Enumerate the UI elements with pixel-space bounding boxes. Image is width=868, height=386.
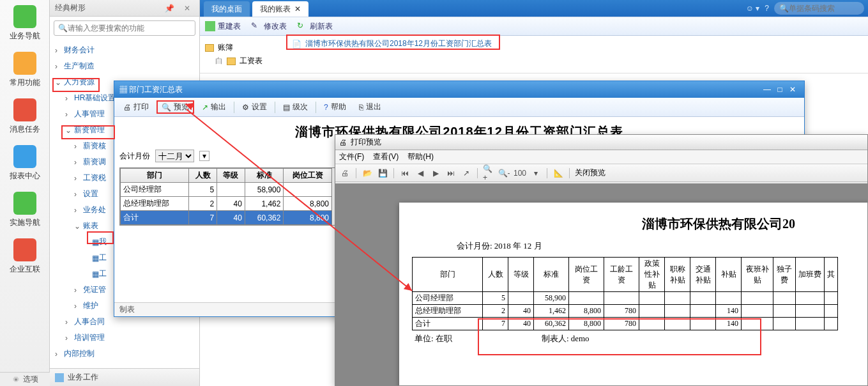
table-row[interactable]: 总经理助理部2401,4628,800: [121, 197, 332, 211]
chevron-icon: ›: [74, 158, 80, 167]
footer-maker: 制表: [119, 304, 135, 315]
col-header[interactable]: 人数: [189, 169, 217, 183]
rebuild-button[interactable]: 重建表: [205, 21, 241, 32]
tree-label: 工资税: [83, 173, 106, 183]
tree-label: 凭证管: [83, 284, 106, 295]
last-page-icon[interactable]: ⏭: [445, 167, 457, 179]
print-preview-window: 🖨 打印预览 文件(F) 查看(V) 帮助(H) 🖨 📂 💾 ⏮ ◀ ▶ ⏭ ↗…: [335, 134, 868, 386]
print-button[interactable]: 🖨打印: [118, 100, 154, 114]
options-button[interactable]: 选项: [0, 372, 50, 386]
zoom-out-icon[interactable]: 🔍-: [498, 167, 510, 179]
preview-canvas[interactable]: 淄博市环保供热有限公司20 会计月份: 2018 年 12 月 部门人数等级标准…: [335, 183, 867, 385]
preview-button[interactable]: 🔍预览: [156, 100, 194, 114]
tree-search-input[interactable]: [68, 24, 191, 33]
sidebar-item[interactable]: 常用功能: [0, 47, 49, 93]
minimize-button[interactable]: —: [761, 85, 773, 94]
next-page-icon[interactable]: ▶: [430, 167, 441, 179]
export-button[interactable]: ↗输出: [197, 100, 231, 114]
refresh-icon: ↻: [297, 21, 307, 31]
chevron-icon: ›: [65, 318, 72, 327]
window-buttons: —□✕: [761, 85, 799, 94]
level-button[interactable]: ▤级次: [278, 100, 313, 114]
col-header: 人数: [483, 258, 508, 292]
chevron-icon: ›: [74, 286, 80, 295]
barcode-search-input[interactable]: [789, 4, 859, 13]
menu-help[interactable]: 帮助(H): [407, 151, 434, 162]
zoom-in-icon[interactable]: 🔍+: [483, 167, 494, 179]
preview-page: 淄博市环保供热有限公司20 会计月份: 2018 年 12 月 部门人数等级标准…: [399, 203, 867, 385]
gear-icon: [11, 375, 20, 384]
prev-page-icon[interactable]: ◀: [415, 167, 426, 179]
settings-button[interactable]: ⚙设置: [237, 100, 272, 114]
sidebar-item[interactable]: 企业互联: [0, 233, 49, 280]
table-row[interactable]: 公司经理部558,900: [121, 183, 332, 197]
exit-button[interactable]: ⎘退出: [354, 100, 386, 114]
sidebar-icon: [13, 145, 36, 168]
col-header[interactable]: 等级: [217, 169, 245, 183]
col-header[interactable]: 标准: [245, 169, 284, 183]
col-header[interactable]: 岗位工资: [284, 169, 332, 183]
export-icon: ↗: [202, 103, 208, 112]
close-button[interactable]: ✕: [786, 85, 799, 94]
zoom-dropdown-icon[interactable]: ▾: [530, 167, 542, 179]
help-button[interactable]: ?帮助: [319, 100, 351, 114]
open-icon[interactable]: 📂: [362, 167, 373, 179]
tree-label: 业务处: [83, 205, 106, 215]
tree-label: 财务会计: [64, 45, 95, 56]
tree-title: 经典树形: [55, 3, 86, 13]
ruler-icon[interactable]: 📐: [552, 167, 564, 179]
sidebar-item[interactable]: 消息任务: [0, 93, 49, 140]
sidebar-label: 报表中心: [10, 171, 40, 181]
print-icon[interactable]: 🖨: [339, 167, 351, 179]
menu-view[interactable]: 查看(V): [373, 151, 399, 162]
menu-file[interactable]: 文件(F): [339, 151, 364, 162]
pin-close-icons[interactable]: 📌 ✕: [165, 4, 194, 13]
preview-title-bar[interactable]: 🖨 打印预览: [335, 135, 867, 150]
workspace-icon: [55, 373, 64, 382]
tree-item[interactable]: ›财务会计: [50, 42, 199, 58]
col-header[interactable]: 部门: [121, 169, 189, 183]
tree-item[interactable]: ›内部控制: [50, 346, 199, 362]
tree-item[interactable]: ›培训管理: [50, 330, 199, 346]
user-icon[interactable]: ☺ ▾: [746, 4, 760, 13]
dropdown-extra[interactable]: ▾: [199, 151, 209, 161]
first-page-icon[interactable]: ⏮: [399, 167, 411, 179]
goto-page-icon[interactable]: ↗: [461, 167, 472, 179]
doc-icon: ▦: [92, 254, 99, 263]
sidebar-item[interactable]: 实施导航: [0, 187, 49, 233]
save-icon[interactable]: 💾: [377, 167, 388, 179]
zoom-value[interactable]: 100: [514, 167, 526, 179]
sidebar-item[interactable]: 业务导航: [0, 0, 49, 47]
refresh-button[interactable]: ↻刷新表: [297, 21, 333, 32]
sidebar-item[interactable]: 报表中心: [0, 140, 49, 187]
window-title-bar[interactable]: ▦ 部门工资汇总表 —□✕: [114, 81, 804, 98]
col-header: 补贴: [716, 258, 742, 292]
maximize-button[interactable]: □: [773, 85, 786, 94]
help-icon[interactable]: ?: [765, 4, 769, 13]
tree-footer[interactable]: 业务工作: [50, 368, 199, 386]
month-select[interactable]: 十二月: [155, 150, 194, 162]
help-icon: ?: [324, 103, 328, 112]
close-icon[interactable]: ✕: [294, 4, 301, 13]
page-meta: 会计月份: 2018 年 12 月: [412, 240, 867, 252]
content-tree: 账簿 白工资表 📄淄博市环保供热有限公司2018年12月份工资部门汇总表: [200, 36, 868, 73]
barcode-search[interactable]: 🔍: [774, 2, 864, 15]
tab[interactable]: 我的桌面: [204, 1, 250, 17]
modify-button[interactable]: ✎修改表: [251, 21, 287, 32]
preview-icon: 🔍: [162, 103, 171, 112]
sidebar-label: 业务导航: [10, 31, 40, 42]
col-header: 等级: [508, 258, 534, 292]
close-preview-button[interactable]: 关闭预览: [575, 167, 605, 178]
chevron-icon: ›: [65, 334, 72, 343]
tree-search[interactable]: 🔍: [54, 20, 195, 36]
tree-label: 设置: [83, 189, 98, 199]
tab[interactable]: 我的账表 ✕: [252, 1, 308, 17]
app-sidebar: 业务导航常用功能消息任务报表中心实施导航企业互联 选项: [0, 0, 50, 386]
filter-label: 会计月份: [119, 151, 150, 162]
tree-item[interactable]: ›生产制造: [50, 58, 199, 74]
folder-sub[interactable]: 白工资表: [205, 54, 863, 68]
tree-label: 培训管理: [74, 332, 105, 343]
tree-label: 我: [99, 236, 107, 247]
chevron-icon: ›: [65, 110, 72, 119]
window-title: 部门工资汇总表: [129, 85, 183, 94]
